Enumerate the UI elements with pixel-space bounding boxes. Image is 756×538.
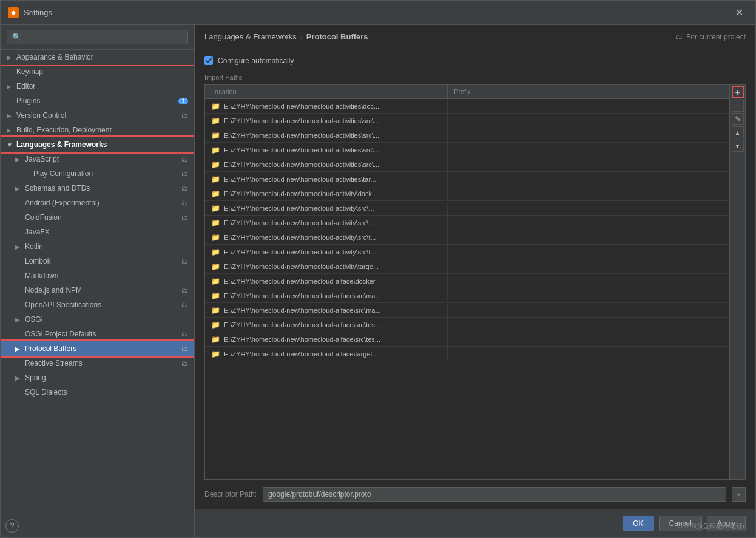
table-row[interactable]: 📁 E:\ZYHY\homecloud-new\homecloud-activi… xyxy=(205,259,729,274)
import-paths-table: + − ✎ ▲ ▼ Location Prefix 📁 E:\ZYHY\home… xyxy=(204,84,746,480)
sidebar-item-label: Editor xyxy=(16,82,188,90)
sidebar-item-label: Version Control xyxy=(16,111,179,120)
ok-button[interactable]: OK xyxy=(623,516,653,531)
breadcrumb-separator: › xyxy=(300,33,303,41)
search-input[interactable] xyxy=(7,30,188,44)
table-body: 📁 E:\ZYHY\homecloud-new\homecloud-activi… xyxy=(205,99,729,479)
table-row[interactable]: 📁 E:\ZYHY\homecloud-new\homecloud-aiface… xyxy=(205,318,729,332)
copy-icon: 🗂 xyxy=(181,345,188,352)
sidebar-item-label: OSGi Project Defaults xyxy=(25,330,179,338)
table-row[interactable]: 📁 E:\ZYHY\homecloud-new\homecloud-activi… xyxy=(205,157,729,172)
sidebar-item-osgi-defaults[interactable]: OSGi Project Defaults 🗂 xyxy=(1,327,194,341)
sidebar-item-plugins[interactable]: Plugins 1 xyxy=(1,94,194,108)
sidebar-item-protocol-buffers[interactable]: ▶ Protocol Buffers 🗂 xyxy=(1,341,194,356)
table-row[interactable]: 📁 E:\ZYHY\homecloud-new\homecloud-aiface… xyxy=(205,288,729,303)
sidebar-item-markdown[interactable]: Markdown xyxy=(1,268,194,283)
move-down-button[interactable]: ▼ xyxy=(732,140,744,152)
arrow-icon: ▶ xyxy=(15,156,22,163)
cell-prefix xyxy=(448,322,729,327)
sidebar-item-build[interactable]: ▶ Build, Execution, Deployment xyxy=(1,123,194,137)
table-row[interactable]: 📁 E:\ZYHY\homecloud-new\homecloud-activi… xyxy=(205,216,729,230)
sidebar-item-osgi[interactable]: ▶ OSGi xyxy=(1,312,194,327)
descriptor-input[interactable] xyxy=(263,487,726,502)
sidebar-item-label: OpenAPI Specifications xyxy=(25,301,179,309)
table-row[interactable]: 📁 E:\ZYHY\homecloud-new\homecloud-activi… xyxy=(205,143,729,157)
cell-prefix xyxy=(448,148,729,152)
table-row[interactable]: 📁 E:\ZYHY\homecloud-new\homecloud-activi… xyxy=(205,99,729,114)
sidebar-item-label: Build, Execution, Deployment xyxy=(16,126,188,134)
arrow-icon: ▶ xyxy=(15,346,22,352)
sidebar-item-sql[interactable]: SQL Dialects xyxy=(1,385,194,400)
sidebar-item-nodejs[interactable]: Node.js and NPM 🗂 xyxy=(1,283,194,298)
cell-location: 📁 E:\ZYHY\homecloud-new\homecloud-activi… xyxy=(205,100,448,113)
table-row[interactable]: 📁 E:\ZYHY\homecloud-new\homecloud-activi… xyxy=(205,172,729,186)
folder-icon: 📁 xyxy=(211,175,220,183)
table-row[interactable]: 📁 E:\ZYHY\homecloud-new\homecloud-aiface… xyxy=(205,303,729,318)
sidebar-item-kotlin[interactable]: ▶ Kotlin xyxy=(1,239,194,254)
arrow-icon: ▶ xyxy=(7,83,14,90)
cell-prefix xyxy=(448,235,729,240)
sidebar-item-appearance[interactable]: ▶ Appearance & Behavior xyxy=(1,50,194,64)
folder-icon: 📁 xyxy=(211,117,220,125)
configure-auto-checkbox[interactable] xyxy=(204,56,213,65)
sidebar-item-openapi[interactable]: OpenAPI Specifications 🗂 xyxy=(1,298,194,312)
descriptor-dropdown-button[interactable]: ▾ xyxy=(732,487,746,502)
table-row[interactable]: 📁 E:\ZYHY\homecloud-new\homecloud-aiface… xyxy=(205,274,729,288)
folder-icon: 📁 xyxy=(211,233,220,242)
folder-icon: 📁 xyxy=(211,306,220,315)
sidebar-item-android[interactable]: Android (Experimental) 🗂 xyxy=(1,196,194,210)
table-row[interactable]: 📁 E:\ZYHY\homecloud-new\homecloud-activi… xyxy=(205,186,729,201)
settings-window: ◆ Settings ✕ ▶ Appearance & Behavior Key… xyxy=(0,0,756,538)
search-box xyxy=(1,25,194,50)
sidebar-item-label: Plugins xyxy=(16,97,178,105)
right-panel: Languages & Frameworks › Protocol Buffer… xyxy=(195,25,755,537)
sidebar-item-reactive-streams[interactable]: Reactive Streams 🗂 xyxy=(1,356,194,370)
table-row[interactable]: 📁 E:\ZYHY\homecloud-new\homecloud-activi… xyxy=(205,128,729,143)
copy-icon: 🗂 xyxy=(181,155,188,163)
sidebar-item-label: JavaScript xyxy=(25,155,179,163)
arrow-icon: ▶ xyxy=(7,112,14,119)
main-content: ▶ Appearance & Behavior Keymap ▶ Editor … xyxy=(1,25,755,537)
sidebar-item-label: Kotlin xyxy=(25,242,188,251)
sidebar-item-editor[interactable]: ▶ Editor xyxy=(1,79,194,94)
folder-icon: 📁 xyxy=(211,321,220,329)
table-row[interactable]: 📁 E:\ZYHY\homecloud-new\homecloud-aiface… xyxy=(205,332,729,347)
close-button[interactable]: ✕ xyxy=(731,4,748,21)
edit-row-button[interactable]: ✎ xyxy=(732,113,744,125)
sidebar-item-play-config[interactable]: Play Configuration 🗂 xyxy=(1,166,194,181)
sidebar: ▶ Appearance & Behavior Keymap ▶ Editor … xyxy=(1,25,195,537)
move-up-button[interactable]: ▲ xyxy=(732,126,744,138)
help-button[interactable]: ? xyxy=(5,519,19,533)
sidebar-item-languages[interactable]: ▼ Languages & Frameworks xyxy=(1,137,194,152)
copy-icon: 🗂 xyxy=(181,359,188,367)
sidebar-item-label: Markdown xyxy=(25,271,188,280)
sidebar-item-coldfusion[interactable]: ColdFusion 🗂 xyxy=(1,210,194,225)
table-row[interactable]: 📁 E:\ZYHY\homecloud-new\homecloud-activi… xyxy=(205,245,729,259)
table-row[interactable]: 📁 E:\ZYHY\homecloud-new\homecloud-activi… xyxy=(205,114,729,128)
folder-icon: 📁 xyxy=(211,291,220,300)
cell-prefix xyxy=(448,352,729,356)
table-row[interactable]: 📁 E:\ZYHY\homecloud-new\homecloud-activi… xyxy=(205,201,729,216)
sidebar-item-javafx[interactable]: JavaFX xyxy=(1,225,194,239)
sidebar-item-javascript[interactable]: ▶ JavaScript 🗂 xyxy=(1,152,194,166)
add-row-button[interactable]: + xyxy=(732,86,744,98)
plugins-badge: 1 xyxy=(178,98,188,104)
sidebar-item-label: Protocol Buffers xyxy=(25,344,179,353)
project-icon: 🗂 xyxy=(675,33,683,41)
sidebar-item-label: ColdFusion xyxy=(25,213,179,222)
breadcrumb-right: 🗂 For current project xyxy=(675,33,746,41)
table-action-panel: + − ✎ ▲ ▼ xyxy=(729,85,745,479)
sidebar-item-version-control[interactable]: ▶ Version Control 🗂 xyxy=(1,108,194,123)
copy-icon: 🗂 xyxy=(181,214,188,221)
sidebar-item-spring[interactable]: ▶ Spring xyxy=(1,370,194,385)
sidebar-item-schemas[interactable]: ▶ Schemas and DTDs 🗂 xyxy=(1,181,194,196)
remove-row-button[interactable]: − xyxy=(732,100,744,112)
folder-icon: 📁 xyxy=(211,219,220,227)
title-bar: ◆ Settings ✕ xyxy=(1,1,755,25)
cell-prefix xyxy=(448,220,729,225)
cell-location: 📁 E:\ZYHY\homecloud-new\homecloud-aiface… xyxy=(205,304,448,317)
sidebar-item-keymap[interactable]: Keymap xyxy=(1,64,194,79)
table-row[interactable]: 📁 E:\ZYHY\homecloud-new\homecloud-aiface… xyxy=(205,347,729,361)
table-row[interactable]: 📁 E:\ZYHY\homecloud-new\homecloud-activi… xyxy=(205,230,729,245)
sidebar-item-lombok[interactable]: Lombok 🗂 xyxy=(1,254,194,268)
